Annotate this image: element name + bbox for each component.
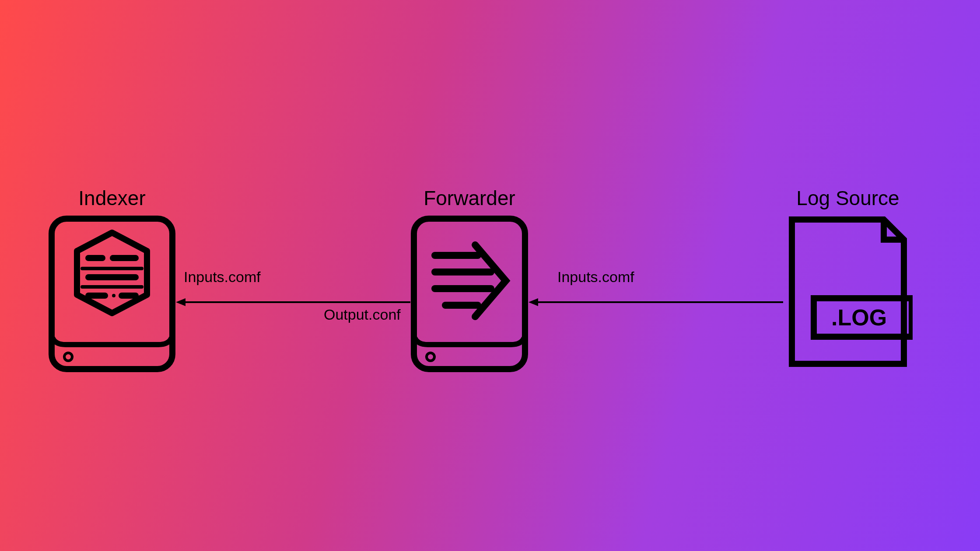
svg-marker-20 (528, 298, 538, 306)
forwarder-icon (410, 215, 528, 373)
arrow-logsource-to-forwarder (528, 296, 784, 309)
arrow-left-top-label: Inputs.comf (184, 269, 261, 286)
arrow-left-bottom-label: Output.conf (324, 306, 401, 323)
indexer-title: Indexer (48, 186, 176, 210)
arrow-right-top-label: Inputs.comf (557, 269, 634, 286)
forwarder-title: Forwarder (410, 186, 528, 210)
node-log-source: Log Source .LOG (783, 186, 913, 368)
log-ext-text: .LOG (831, 305, 887, 330)
svg-point-8 (112, 294, 116, 297)
diagram-stage: Indexer (0, 0, 980, 551)
svg-point-11 (427, 353, 434, 361)
node-forwarder: Forwarder (410, 186, 528, 373)
node-indexer: Indexer (48, 186, 176, 373)
log-file-icon: .LOG (783, 215, 913, 368)
log-source-title: Log Source (783, 186, 913, 210)
svg-point-1 (64, 353, 72, 361)
svg-marker-18 (176, 298, 186, 306)
indexer-icon (48, 215, 176, 373)
